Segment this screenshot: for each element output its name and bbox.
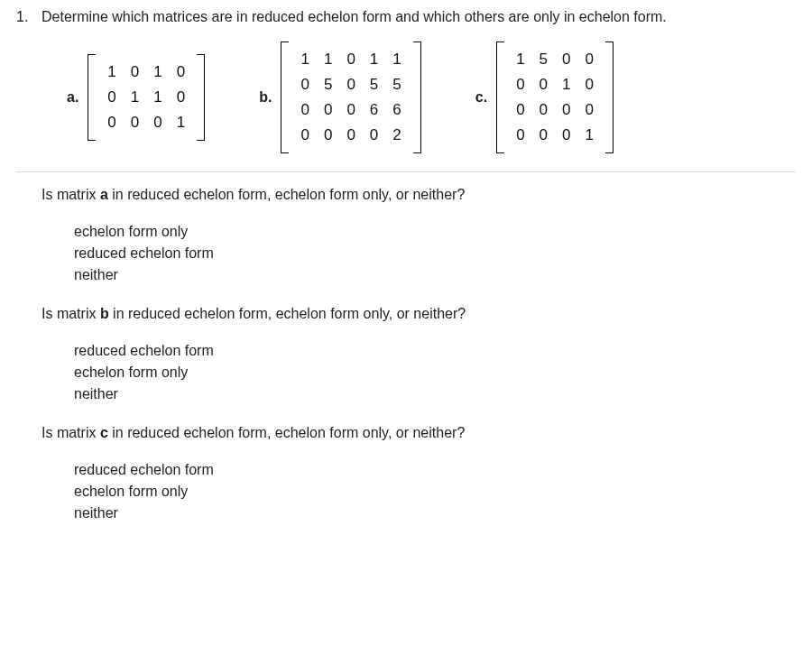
matrix-cell: 0 bbox=[100, 85, 123, 110]
question-prompt: Determine which matrices are in reduced … bbox=[42, 9, 796, 25]
matrix-cell: 1 bbox=[293, 47, 316, 72]
matrix-cell: 1 bbox=[578, 123, 601, 148]
matrix-cell: 0 bbox=[124, 60, 146, 85]
matrix-cell: 1 bbox=[124, 85, 146, 110]
matrix-cell: 1 bbox=[363, 47, 385, 72]
option-label: neither bbox=[74, 505, 118, 521]
matrix-cell: 1 bbox=[385, 47, 408, 72]
option-label: echelon form only bbox=[74, 484, 188, 500]
q-post: in reduced echelon form, echelon form on… bbox=[108, 187, 465, 202]
matrix-cell: 0 bbox=[532, 123, 555, 148]
matrix-cell: 0 bbox=[509, 97, 531, 123]
q-bold: a bbox=[100, 187, 108, 202]
option-item[interactable]: reduced echelon form bbox=[74, 243, 796, 264]
matrix-cell: 0 bbox=[317, 97, 339, 123]
matrix-label: c. bbox=[475, 89, 487, 106]
matrix-cell: 0 bbox=[339, 123, 362, 148]
q-pre: Is matrix bbox=[42, 187, 100, 202]
q-pre: Is matrix bbox=[42, 306, 100, 321]
matrix-cell: 5 bbox=[532, 47, 555, 72]
option-label: echelon form only bbox=[74, 365, 188, 381]
matrix-cell: 2 bbox=[385, 123, 408, 148]
part-question: Is matrix c in reduced echelon form, ech… bbox=[42, 425, 796, 441]
options-b: reduced echelon form echelon form only n… bbox=[42, 340, 796, 405]
matrix-group-a: a. 101001100001 bbox=[67, 54, 205, 141]
option-item[interactable]: neither bbox=[74, 264, 796, 286]
matrix-cell: 0 bbox=[578, 97, 601, 123]
matrix-cell: 0 bbox=[293, 72, 316, 97]
matrix-b: 11011050550006600002 bbox=[281, 42, 420, 153]
matrix-cell: 0 bbox=[100, 110, 123, 135]
matrix-cell: 0 bbox=[555, 123, 577, 148]
q-bold: b bbox=[100, 306, 109, 321]
matrix-cell: 1 bbox=[100, 60, 123, 85]
option-item[interactable]: echelon form only bbox=[74, 481, 796, 503]
option-item[interactable]: neither bbox=[74, 383, 796, 405]
matrix-cell: 1 bbox=[170, 110, 192, 135]
option-label: reduced echelon form bbox=[74, 245, 214, 262]
matrix-cell: 1 bbox=[146, 60, 169, 85]
q-pre: Is matrix bbox=[42, 425, 100, 440]
matrix-cell: 0 bbox=[509, 72, 531, 97]
matrix-cell: 6 bbox=[363, 97, 385, 123]
matrix-cell: 1 bbox=[509, 47, 531, 72]
matrix-cell: 1 bbox=[555, 72, 577, 97]
q-bold: c bbox=[100, 425, 108, 440]
matrix-cell: 0 bbox=[363, 123, 385, 148]
option-label: reduced echelon form bbox=[74, 462, 214, 478]
matrix-cell: 0 bbox=[170, 85, 192, 110]
q-post: in reduced echelon form, echelon form on… bbox=[109, 306, 466, 321]
part-a: Is matrix a in reduced echelon form, ech… bbox=[16, 187, 796, 286]
problem-header: 1. Determine which matrices are in reduc… bbox=[16, 9, 796, 25]
matrix-cell: 5 bbox=[385, 72, 408, 97]
matrix-cell: 0 bbox=[555, 47, 577, 72]
q-post: in reduced echelon form, echelon form on… bbox=[108, 425, 465, 440]
part-question: Is matrix a in reduced echelon form, ech… bbox=[42, 187, 796, 203]
option-item[interactable]: reduced echelon form bbox=[74, 459, 796, 481]
option-label: reduced echelon form bbox=[74, 343, 214, 359]
matrix-cell: 0 bbox=[146, 110, 169, 135]
matrix-cell: 0 bbox=[555, 97, 577, 123]
options-a: echelon form only reduced echelon form n… bbox=[42, 221, 796, 286]
matrix-cell: 0 bbox=[509, 123, 531, 148]
matrix-group-b: b. 11011050550006600002 bbox=[259, 42, 421, 153]
matrix-cell: 0 bbox=[339, 97, 362, 123]
matrix-a: 101001100001 bbox=[88, 54, 205, 141]
option-item[interactable]: echelon form only bbox=[74, 362, 796, 383]
question-number: 1. bbox=[16, 9, 42, 25]
matrix-cell: 0 bbox=[339, 72, 362, 97]
part-b: Is matrix b in reduced echelon form, ech… bbox=[16, 306, 796, 405]
option-label: neither bbox=[74, 267, 118, 283]
matrix-cell: 0 bbox=[339, 47, 362, 72]
matrix-cell: 1 bbox=[317, 47, 339, 72]
matrix-label: b. bbox=[259, 89, 272, 106]
option-label: neither bbox=[74, 386, 118, 402]
matrix-cell: 0 bbox=[124, 110, 146, 135]
options-c: reduced echelon form echelon form only n… bbox=[42, 459, 796, 524]
matrix-cell: 0 bbox=[170, 60, 192, 85]
matrix-cell: 0 bbox=[578, 72, 601, 97]
matrix-cell: 0 bbox=[293, 97, 316, 123]
option-label: echelon form only bbox=[74, 224, 188, 240]
option-item[interactable]: echelon form only bbox=[74, 221, 796, 243]
matrix-group-c: c. 1500001000000001 bbox=[475, 42, 614, 153]
matrix-cell: 5 bbox=[363, 72, 385, 97]
matrix-cell: 0 bbox=[532, 72, 555, 97]
matrix-cell: 1 bbox=[146, 85, 169, 110]
matrix-cell: 0 bbox=[532, 97, 555, 123]
matrix-cell: 0 bbox=[578, 47, 601, 72]
matrix-cell: 6 bbox=[385, 97, 408, 123]
part-question: Is matrix b in reduced echelon form, ech… bbox=[42, 306, 796, 322]
matrix-cell: 5 bbox=[317, 72, 339, 97]
option-item[interactable]: reduced echelon form bbox=[74, 340, 796, 362]
matrix-cell: 0 bbox=[317, 123, 339, 148]
matrix-cell: 0 bbox=[293, 123, 316, 148]
matrix-label: a. bbox=[67, 89, 78, 106]
matrices-row: a. 101001100001 b. 11011050550006600002 … bbox=[16, 25, 796, 171]
part-c: Is matrix c in reduced echelon form, ech… bbox=[16, 425, 796, 524]
option-item[interactable]: neither bbox=[74, 503, 796, 524]
matrix-c: 1500001000000001 bbox=[496, 42, 614, 153]
divider bbox=[16, 171, 796, 172]
